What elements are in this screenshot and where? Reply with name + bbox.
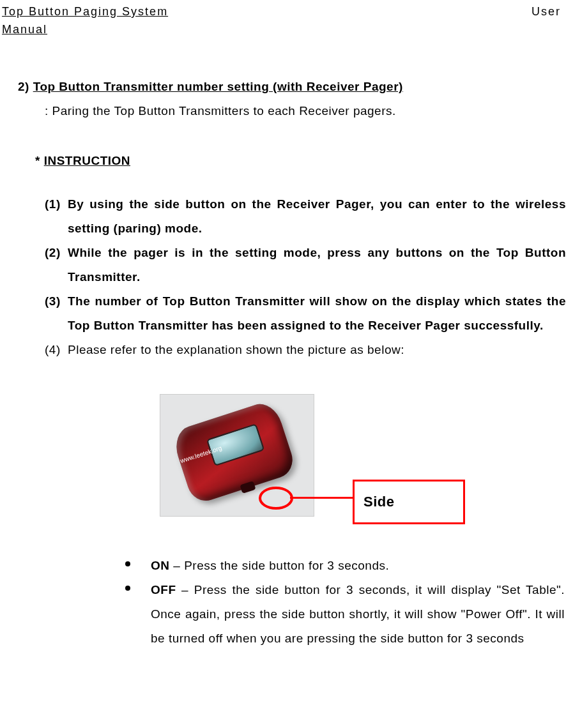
instruction-text: The number of Top Button Transmitter wil… [68, 294, 566, 332]
highlight-oval [259, 487, 293, 510]
instruction-item: (1)By using the side button on the Recei… [0, 192, 566, 241]
bullet-text: Press the side button for 3 seconds, it … [151, 583, 565, 645]
bullet-sep: – [176, 583, 194, 596]
instruction-item: (3)The number of Top Button Transmitter … [0, 289, 566, 338]
instruction-text: While the pager is in the setting mode, … [68, 246, 566, 284]
header-right: User [532, 0, 561, 23]
instruction-label: INSTRUCTION [44, 154, 130, 167]
header-left: Top Button Paging System [2, 5, 168, 18]
bullet-text: Press the side button for 3 seconds. [184, 559, 389, 572]
bullet-sep: – [170, 559, 185, 572]
bullet-item: OFF – Press the side button for 3 second… [0, 578, 565, 651]
instruction-list: (1)By using the side button on the Recei… [0, 173, 566, 362]
instruction-heading: * INSTRUCTION [0, 149, 566, 173]
instruction-text: Please refer to the explanation shown th… [68, 343, 404, 356]
instruction-text: By using the side button on the Receiver… [68, 197, 566, 235]
callout-line [290, 497, 354, 499]
bullet-lead: OFF [151, 583, 176, 596]
section-desc: : Paring the Top Button Transmitters to … [0, 99, 566, 123]
instruction-number: (3) [45, 289, 68, 314]
bullet-lead: ON [151, 559, 170, 572]
instruction-item: (2)While the pager is in the setting mod… [0, 241, 566, 289]
instruction-number: (4) [45, 338, 68, 362]
instruction-number: (1) [45, 192, 68, 216]
bullet-icon [125, 586, 130, 591]
instruction-number: (2) [45, 241, 68, 265]
bullet-list: ON – Press the side button for 3 seconds… [0, 547, 566, 651]
header-line2: Manual [0, 23, 566, 36]
instruction-item: (4)Please refer to the explanation shown… [0, 338, 566, 362]
figure: www.leetek.org Side [0, 388, 566, 522]
section-title: Top Button Transmitter number setting (w… [33, 80, 403, 93]
asterisk: * [35, 154, 44, 167]
section-heading: 2) Top Button Transmitter number setting… [0, 75, 566, 99]
bullet-icon [125, 561, 130, 566]
section-number: 2) [18, 80, 29, 93]
page-header: Top Button Paging System User [0, 0, 566, 23]
bullet-item: ON – Press the side button for 3 seconds… [0, 554, 565, 578]
callout-label: Side [353, 480, 465, 524]
